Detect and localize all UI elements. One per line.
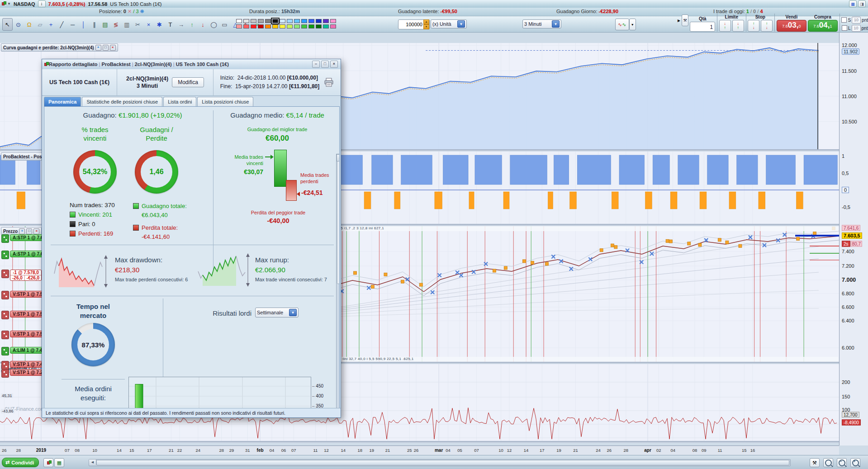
palette-color[interactable] <box>287 24 293 28</box>
order-tag[interactable]: A:LIM 1 @ 7.4 <box>1 347 45 355</box>
positions-pane-header[interactable]: ProBacktest - Pos <box>1 152 44 161</box>
horizontal-scrollbar[interactable]: ◀ <box>89 459 791 466</box>
palette-color[interactable] <box>308 19 314 23</box>
chart-style-button[interactable]: ∿∿ ▼ <box>615 19 636 29</box>
palette-color[interactable] <box>301 24 307 28</box>
tool-parallel-lines-icon[interactable]: ∥ <box>89 18 100 31</box>
palette-color[interactable] <box>258 19 264 23</box>
share-button[interactable]: ⇄Condividi <box>2 458 39 467</box>
tab-lista-ordini[interactable]: Lista ordini <box>163 97 196 106</box>
unit-select[interactable]: (x) Unità▼ <box>431 19 467 28</box>
palette-color[interactable] <box>251 24 256 28</box>
period-select[interactable]: Settimanale▼ <box>255 308 299 317</box>
stepper-up-icon[interactable]: ▲ <box>423 19 429 24</box>
modify-button[interactable]: Modifica <box>172 77 204 87</box>
tool-cursor-icon[interactable]: ↖ <box>2 18 13 31</box>
order-gear-icon[interactable] <box>1 291 9 299</box>
chevron-down-icon[interactable]: ▼ <box>7 2 11 6</box>
palette-color[interactable] <box>251 19 256 23</box>
order-gear-icon[interactable] <box>1 234 9 243</box>
tool-multi-lines-icon[interactable]: ≶ <box>111 18 121 31</box>
order-tag[interactable]: A:STP 1 @ 7.6 <box>1 251 46 259</box>
tool-chart-grid-icon[interactable]: ▤ <box>100 18 110 31</box>
sell-stop-button[interactable]: ↑↓ <box>748 20 759 32</box>
stop-points-checkbox[interactable] <box>841 17 847 23</box>
timeframe-select[interactable]: 3 Minuti▼ <box>522 19 561 28</box>
sell-limit-button[interactable]: ↓↑ <box>719 20 731 32</box>
palette-color[interactable] <box>301 19 307 23</box>
stepper-down-icon[interactable]: ▼ <box>423 24 429 29</box>
order-tag[interactable]: V:STP 1 @ 7.2 <box>1 369 45 378</box>
tool-text-icon[interactable]: T <box>165 18 175 31</box>
palette-color[interactable] <box>323 24 329 28</box>
dialog-title-bar[interactable]: Rapporto dettagliato | ProBacktest | 2cl… <box>42 59 341 70</box>
palette-color[interactable] <box>316 19 322 23</box>
order-gear-icon[interactable] <box>1 270 9 278</box>
tab-statistiche-delle-posizioni-chiuse[interactable]: Statistiche delle posizioni chiuse <box>82 97 162 106</box>
scroll-up-icon[interactable]: ▲ <box>337 154 340 161</box>
limit-points-checkbox[interactable] <box>842 25 847 31</box>
qta-input[interactable]: 1 <box>690 22 715 32</box>
quantity-stepper[interactable]: 100000 ▲▼ <box>398 19 430 29</box>
zoom-select-icon[interactable] <box>823 458 833 467</box>
close-icon[interactable]: × <box>330 61 338 68</box>
tool-crosshair-icon[interactable]: + <box>46 18 56 31</box>
workspace-grid-icon[interactable]: ▦ <box>849 0 857 7</box>
pane-settings-icon[interactable]: + <box>19 228 25 234</box>
order-tag[interactable]: V:STP 1 @ 7.5 <box>1 291 45 299</box>
palette-color[interactable] <box>316 24 322 28</box>
tool-horizontal-line-icon[interactable]: ─ <box>67 18 78 31</box>
panel-collapse-icon[interactable]: ▸ <box>678 17 680 24</box>
tool-trash-icon[interactable]: ▥ <box>122 18 132 31</box>
palette-color[interactable] <box>287 19 293 23</box>
order-tag[interactable]: V:STP 1 @ 7.5 <box>1 331 45 339</box>
palette-color[interactable] <box>323 19 329 23</box>
chart-mini-icon[interactable] <box>43 458 53 467</box>
window-panel-icon[interactable]: ◨ <box>858 0 866 7</box>
palette-color[interactable] <box>330 19 336 23</box>
palette-color[interactable] <box>280 24 285 28</box>
tool-arrow-up-icon[interactable]: ↑ <box>187 18 197 31</box>
tool-scissors-icon[interactable]: ✂ <box>133 18 143 31</box>
tool-arrow-right-icon[interactable]: → <box>176 18 186 31</box>
tab-panoramica[interactable]: Panoramica <box>44 97 81 106</box>
zoom-out-icon[interactable]: − <box>837 458 847 467</box>
tool-ruler-icon[interactable]: ▱ <box>35 18 45 31</box>
tool-zoom-icon[interactable]: ⊙ <box>13 18 24 31</box>
tab-lista-posizioni-chiuse[interactable]: Lista posizioni chiuse <box>197 97 253 106</box>
palette-color[interactable] <box>272 24 278 28</box>
stop-points-input[interactable]: 10 <box>852 17 861 24</box>
chevron-down-icon[interactable]: ▼ <box>629 19 636 30</box>
scroll-left-icon[interactable]: ◀ <box>89 460 96 465</box>
tool-alerts-bell-icon[interactable]: Ω <box>24 18 34 31</box>
pane-settings-icon[interactable]: + <box>95 45 101 51</box>
order-gear-icon[interactable] <box>1 331 9 339</box>
order-gear-icon[interactable] <box>1 251 9 259</box>
tool-rectangle-icon[interactable]: ▭ <box>219 18 230 31</box>
dialog-scrollbar[interactable]: ▲ ▼ <box>336 154 340 409</box>
buy-stop-button[interactable]: ↑↓ <box>761 20 773 32</box>
close-position-icon[interactable]: ✕ <box>128 9 132 14</box>
palette-color[interactable] <box>236 24 242 28</box>
order-gear-icon[interactable] <box>1 369 9 378</box>
limit-points-input[interactable]: 10 <box>852 25 861 32</box>
palette-color[interactable] <box>272 19 278 23</box>
pane-detach-icon[interactable]: □ <box>103 45 109 51</box>
tool-arrow-down-icon[interactable]: ↓ <box>198 18 208 31</box>
tool-vertical-line-icon[interactable]: │ <box>78 18 89 31</box>
palette-color[interactable] <box>308 24 314 28</box>
maximize-icon[interactable]: □ <box>321 61 329 68</box>
order-gear-icon[interactable] <box>1 361 9 370</box>
palette-color[interactable] <box>236 19 242 23</box>
order-tag[interactable]: -1 @ 7.578,0-26,0-€26,0 <box>1 270 42 281</box>
chart-tools-icon[interactable]: ⚒ <box>810 458 820 467</box>
palette-color[interactable] <box>294 19 300 23</box>
palette-color[interactable] <box>258 24 264 28</box>
buy-button[interactable]: 7.604,1 <box>808 20 838 32</box>
tool-delete-all-icon[interactable]: ✱ <box>154 18 165 31</box>
order-settings-icon[interactable]: ⚒ <box>682 14 688 26</box>
zoom-in-icon[interactable]: + <box>850 458 860 467</box>
order-gear-icon[interactable] <box>1 311 9 319</box>
buy-limit-button[interactable]: ↓↑ <box>732 20 744 32</box>
pane-close-icon[interactable]: × <box>33 228 39 234</box>
